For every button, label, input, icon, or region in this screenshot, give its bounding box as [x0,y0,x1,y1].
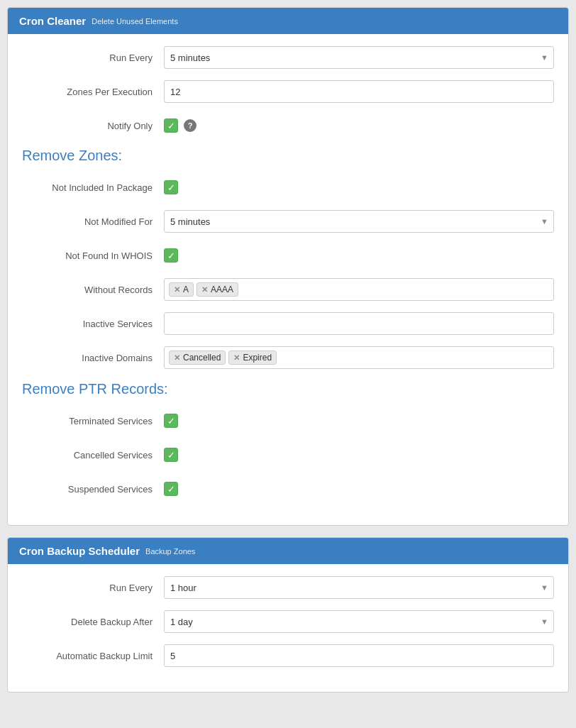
cron-backup-body: Run Every 1 hour 30 minutes 2 hours 6 ho… [8,564,568,692]
tag-expired: ✕ Expired [228,351,277,365]
not-modified-label: Not Modified For [22,216,164,227]
cron-cleaner-title: Cron Cleaner [19,15,86,27]
cancelled-services-row: Cancelled Services ✓ [22,443,554,467]
cron-cleaner-panel: Cron Cleaner Delete Unused Elements Run … [7,7,569,526]
auto-backup-limit-label: Automatic Backup Limit [22,651,164,661]
inactive-domains-tag-input[interactable]: ✕ Cancelled ✕ Expired [164,346,554,369]
not-modified-row: Not Modified For 5 minutes 1 minute 10 m… [22,209,554,233]
run-every-select-wrapper: 5 minutes 1 minute 10 minutes 30 minutes… [164,46,554,69]
cancelled-services-checkmark: ✓ [167,450,175,460]
without-records-tag-input[interactable]: ✕ A ✕ AAAA [164,278,554,301]
cron-cleaner-header: Cron Cleaner Delete Unused Elements [8,8,568,34]
delete-backup-select-wrapper: 1 day 3 days 7 days 14 days 30 days ▼ [164,610,554,633]
inactive-domains-row: Inactive Domains ✕ Cancelled ✕ Expired [22,346,554,370]
inactive-domains-label: Inactive Domains [22,353,164,363]
tag-aaaa: ✕ AAAA [196,282,238,297]
notify-only-help-icon[interactable]: ? [184,119,196,132]
not-found-whois-checkbox[interactable]: ✓ [164,248,178,263]
terminated-services-label: Terminated Services [22,416,164,426]
tag-aaaa-label: AAAA [211,285,233,294]
notify-only-checkmark: ✓ [167,121,175,131]
tag-a-label: A [183,285,189,294]
not-modified-select-wrapper: 5 minutes 1 minute 10 minutes 30 minutes… [164,210,554,233]
delete-backup-row: Delete Backup After 1 day 3 days 7 days … [22,610,554,634]
cancelled-services-checkbox[interactable]: ✓ [164,448,178,462]
suspended-services-row: Suspended Services ✓ [22,477,554,501]
run-every-row: Run Every 5 minutes 1 minute 10 minutes … [22,45,554,70]
tag-expired-label: Expired [243,353,272,363]
without-records-row: Without Records ✕ A ✕ AAAA [22,277,554,302]
terminated-services-row: Terminated Services ✓ [22,409,554,433]
suspended-services-label: Suspended Services [22,484,164,495]
backup-run-every-select[interactable]: 1 hour 30 minutes 2 hours 6 hours 12 hou… [164,576,554,599]
cron-backup-panel: Cron Backup Scheduler Backup Zones Run E… [7,537,569,693]
remove-ptr-title: Remove PTR Records: [22,381,554,397]
notify-only-checkbox[interactable]: ✓ [164,118,178,133]
not-included-checkbox[interactable]: ✓ [164,180,178,194]
cancelled-services-label: Cancelled Services [22,450,164,460]
inactive-services-label: Inactive Services [22,319,164,329]
cron-backup-header: Cron Backup Scheduler Backup Zones [8,538,568,564]
tag-aaaa-remove[interactable]: ✕ [201,285,208,294]
tag-a-remove[interactable]: ✕ [174,285,180,294]
suspended-services-checkmark: ✓ [167,484,175,495]
terminated-services-checkbox[interactable]: ✓ [164,414,178,428]
cron-cleaner-body: Run Every 5 minutes 1 minute 10 minutes … [8,34,568,525]
tag-a: ✕ A [169,282,194,297]
terminated-services-checkmark: ✓ [167,416,175,426]
without-records-label: Without Records [22,285,164,295]
run-every-select[interactable]: 5 minutes 1 minute 10 minutes 30 minutes… [164,46,554,69]
backup-run-every-row: Run Every 1 hour 30 minutes 2 hours 6 ho… [22,575,554,600]
inactive-services-row: Inactive Services [22,311,554,336]
run-every-label: Run Every [22,53,164,63]
zones-per-execution-label: Zones Per Execution [22,87,164,97]
backup-run-every-select-wrapper: 1 hour 30 minutes 2 hours 6 hours 12 hou… [164,576,554,599]
not-found-whois-checkmark: ✓ [167,250,175,261]
zones-per-execution-row: Zones Per Execution [22,79,554,104]
inactive-services-tag-input[interactable] [164,312,554,335]
cron-backup-subtitle: Backup Zones [145,547,195,556]
zones-per-execution-input[interactable] [164,80,554,103]
not-included-checkmark: ✓ [167,182,175,193]
delete-backup-select[interactable]: 1 day 3 days 7 days 14 days 30 days [164,610,554,633]
tag-cancelled-label: Cancelled [183,353,221,363]
notify-only-row: Notify Only ✓ ? [22,114,554,138]
cron-cleaner-subtitle: Delete Unused Elements [92,17,178,26]
suspended-services-checkbox[interactable]: ✓ [164,482,178,496]
not-modified-select[interactable]: 5 minutes 1 minute 10 minutes 30 minutes… [164,210,554,233]
tag-cancelled-remove[interactable]: ✕ [174,353,180,363]
not-included-label: Not Included In Package [22,182,164,193]
cron-backup-title: Cron Backup Scheduler [19,545,140,557]
remove-zones-title: Remove Zones: [22,148,554,164]
not-found-whois-row: Not Found In WHOIS ✓ [22,243,554,268]
tag-expired-remove[interactable]: ✕ [233,353,240,363]
tag-cancelled: ✕ Cancelled [169,351,226,365]
not-included-row: Not Included In Package ✓ [22,175,554,199]
auto-backup-limit-row: Automatic Backup Limit [22,644,554,668]
backup-run-every-label: Run Every [22,583,164,593]
delete-backup-label: Delete Backup After [22,617,164,627]
notify-only-label: Notify Only [22,121,164,131]
not-found-whois-label: Not Found In WHOIS [22,250,164,261]
auto-backup-limit-input[interactable] [164,644,554,667]
